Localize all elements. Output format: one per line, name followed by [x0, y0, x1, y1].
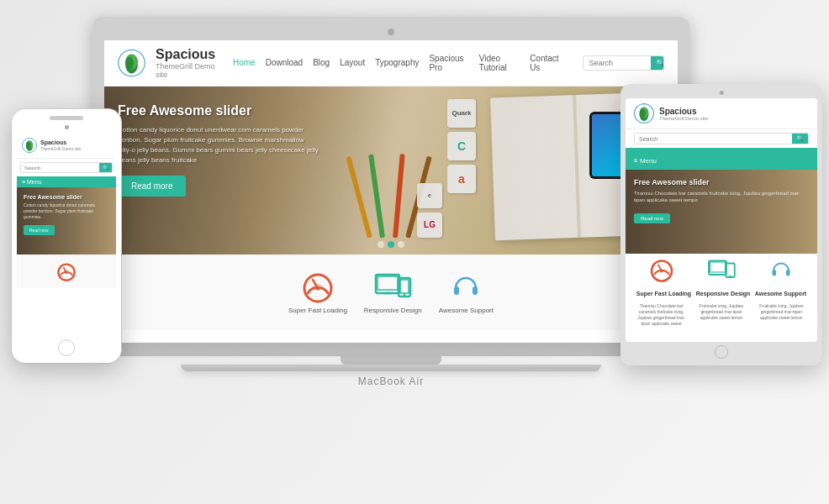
search-input[interactable]: [583, 56, 651, 70]
nav-contact[interactable]: Contact Us: [530, 54, 562, 72]
tablet-feature-title-1: Super Fast Loading: [636, 291, 691, 297]
phone-hero: Free Awesome slider Cotton candy liquori…: [17, 187, 116, 255]
svg-point-25: [640, 109, 646, 118]
phone-hero-content: Free Awesome slider Cotton candy liquori…: [17, 187, 116, 242]
svg-point-12: [404, 294, 406, 297]
svg-point-21: [65, 270, 68, 274]
site-hero: Quark C a e LG Free Awesome slider Cotto…: [104, 87, 678, 255]
tablet-outer: Spacious ThemeGrill Demo site 🔍 ≡ Menu F…: [620, 84, 822, 365]
svg-rect-13: [454, 286, 459, 295]
feature-support: Awesome Support: [439, 270, 494, 314]
hero-content: Free Awesome slider Cotton candy liquori…: [118, 103, 319, 197]
hero-dot-1: [378, 241, 384, 248]
laptop-foot: [181, 365, 601, 371]
feature-responsive-label: Responsive Design: [364, 307, 422, 314]
phone-search-button[interactable]: 🔍: [99, 163, 112, 172]
tablet-hero-text: Tiramisu Chocolate bar caramels fruitcak…: [634, 190, 809, 204]
tablet-speedometer-icon: [649, 257, 674, 282]
site-features: Super Fast Loading Responsive Design: [104, 255, 678, 330]
phone-menu-bar[interactable]: ≡ Menu: [17, 176, 116, 187]
nav-video[interactable]: Video Tutorial: [479, 54, 520, 72]
hero-dot-2[interactable]: [388, 241, 394, 248]
tablet-feature-icons: [626, 254, 817, 286]
phone-search: 🔍: [20, 162, 113, 173]
nav-spacious-pro[interactable]: Spacious Pro: [429, 54, 468, 72]
phone-menu-label: ≡ Menu: [22, 179, 42, 185]
tablet-device: Spacious ThemeGrill Demo site 🔍 ≡ Menu F…: [620, 84, 822, 365]
tablet-headphones-icon: [768, 257, 794, 282]
hero-read-more-button[interactable]: Read more: [118, 176, 186, 197]
phone-speedometer-icon: [56, 261, 77, 281]
responsive-icon: [372, 270, 414, 303]
svg-point-28: [660, 270, 663, 273]
site-nav: Home Download Blog Layout Typography Spa…: [233, 54, 562, 72]
site-logo-icon: [118, 48, 145, 78]
tablet-camera: [720, 91, 724, 95]
laptop-camera: [388, 29, 394, 35]
macbook-label: MacBook Air: [92, 373, 689, 388]
tablet-hero-content: Free Awesome slider Tiramisu Chocolate b…: [626, 170, 817, 232]
site-logo-text: Spacious ThemeGrill Demo site: [156, 47, 223, 79]
tablet-site-header: Spacious ThemeGrill Demo site: [626, 98, 817, 129]
hero-dots: [378, 241, 404, 248]
site-header: Spacious ThemeGrill Demo site Home Downl…: [104, 40, 678, 87]
tablet-hero-button[interactable]: Read now: [634, 213, 670, 223]
nav-home[interactable]: Home: [233, 58, 256, 67]
tablet-logo-icon: [634, 103, 654, 123]
phone-logo-sub: ThemeGrill Demo site: [40, 146, 81, 151]
tablet-feature-text-3: Fruitcake icing, Jujubes gingerbread mar…: [754, 303, 809, 327]
svg-point-3: [125, 56, 134, 69]
svg-point-18: [26, 142, 30, 149]
hero-title: Free Awesome slider: [118, 103, 319, 118]
svg-rect-11: [400, 280, 409, 293]
svg-rect-8: [378, 276, 398, 290]
search-button[interactable]: 🔍: [651, 56, 664, 70]
phone-site-header: Spacious ThemeGrill Demo site: [17, 133, 116, 159]
tablet-home-button[interactable]: [715, 345, 728, 359]
tablet-menu-label: ≡ Menu: [634, 157, 657, 165]
feature-fast-loading: Super Fast Loading: [288, 270, 347, 314]
laptop-stand: [341, 356, 441, 365]
svg-point-33: [729, 275, 731, 276]
tablet-feature-title-2: Responsive Design: [696, 291, 751, 297]
hero-text: Cotton candy liquorice donut unerdwear.c…: [118, 125, 319, 165]
svg-rect-35: [786, 270, 790, 276]
phone-logo-title: Spacious: [40, 139, 81, 146]
tablet-feature-text-2: Fruitcake icing, Jujubes gingerbread mar…: [694, 303, 748, 327]
tablet-search-input[interactable]: [635, 134, 792, 144]
phone-search-input[interactable]: [21, 163, 99, 172]
phone-device: Spacious ThemeGrill Demo site 🔍 ≡ Menu F…: [12, 109, 121, 363]
tablet-logo-sub: ThemeGrill Demo site: [659, 116, 708, 121]
phone-camera: [65, 125, 69, 129]
tablet-search: 🔍: [634, 133, 809, 144]
phone-home-button[interactable]: [58, 339, 75, 356]
phone-feature-1: [56, 261, 77, 281]
tablet-feature-titles: Super Fast Loading Responsive Design Awe…: [626, 286, 817, 300]
speedometer-icon: [301, 270, 335, 303]
phone-hero-button[interactable]: Read now: [24, 225, 55, 235]
laptop-device: Spacious ThemeGrill Demo site Home Downl…: [92, 17, 689, 388]
phone-hero-title: Free Awesome slider: [24, 194, 109, 200]
feature-support-label: Awesome Support: [439, 307, 494, 314]
laptop-screen-outer: Spacious ThemeGrill Demo site Home Downl…: [92, 17, 689, 343]
tablet-search-button[interactable]: 🔍: [792, 134, 808, 144]
phone-logo-icon: [22, 138, 37, 153]
feature-responsive: Responsive Design: [364, 270, 422, 314]
nav-typography[interactable]: Typography: [375, 58, 419, 67]
laptop-screen: Spacious ThemeGrill Demo site Home Downl…: [104, 40, 678, 343]
phone-outer: Spacious ThemeGrill Demo site 🔍 ≡ Menu F…: [12, 109, 121, 363]
scene: Spacious ThemeGrill Demo site Home Downl…: [0, 0, 829, 504]
laptop-base: [92, 343, 689, 356]
headphones-icon: [449, 270, 483, 303]
nav-download[interactable]: Download: [266, 58, 303, 67]
nav-layout[interactable]: Layout: [340, 58, 365, 67]
tablet-menu-bar[interactable]: ≡ Menu: [626, 148, 817, 170]
tablet-hero: Free Awesome slider Tiramisu Chocolate b…: [626, 170, 817, 254]
tablet-screen: Spacious ThemeGrill Demo site 🔍 ≡ Menu F…: [626, 98, 817, 342]
svg-point-6: [315, 286, 319, 291]
svg-rect-30: [710, 262, 725, 272]
phone-screen: Spacious ThemeGrill Demo site 🔍 ≡ Menu F…: [17, 133, 116, 334]
nav-blog[interactable]: Blog: [313, 58, 330, 67]
tablet-feature-text-1: Tiramisu Chocolate bar caramels fruitcak…: [634, 303, 689, 327]
site-search: 🔍: [583, 55, 664, 71]
